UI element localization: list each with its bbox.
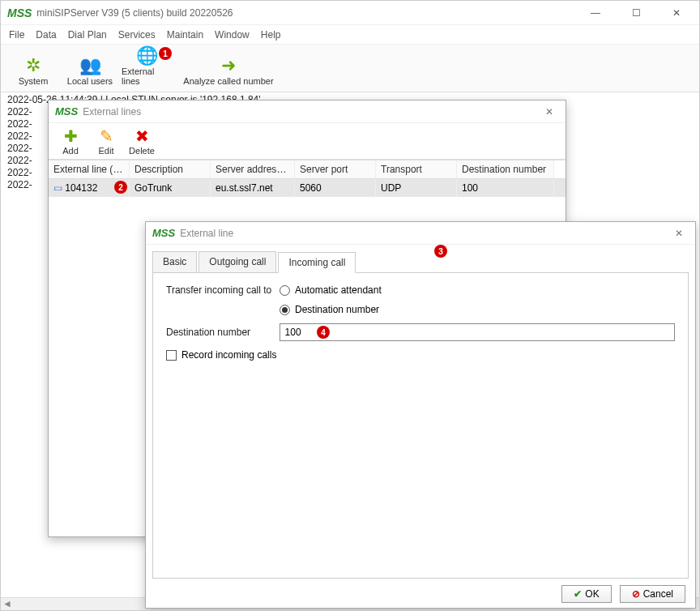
- cell-server: eu.st.ssl7.net: [211, 179, 295, 197]
- gear-icon: ✲: [26, 57, 41, 75]
- check-icon: ✔: [574, 588, 582, 600]
- delete-button[interactable]: ✖ Delete: [125, 128, 159, 156]
- cancel-button[interactable]: ⊘ Cancel: [620, 585, 685, 603]
- dialog-title: External line: [180, 228, 669, 239]
- tab-strip: Basic Outgoing call Incoming call: [146, 245, 695, 272]
- menubar: File Data Dial Plan Services Maintain Wi…: [1, 25, 699, 45]
- cancel-icon: ⊘: [632, 588, 640, 600]
- transfer-label: Transfer incoming call to: [166, 284, 280, 296]
- cell-port: 5060: [295, 179, 376, 197]
- app-logo-icon: MSS: [7, 6, 32, 19]
- line-icon: ▭: [53, 182, 62, 194]
- app-logo-icon: MSS: [55, 105, 78, 118]
- toolbar-local-users[interactable]: 👥 Local users: [62, 48, 117, 88]
- tab-outgoing[interactable]: Outgoing call: [198, 251, 276, 272]
- dest-number-label: Destination number: [166, 327, 280, 338]
- window-title: miniSIPServer V39 (5 clients) build 2022…: [36, 7, 579, 19]
- radio-icon: [280, 285, 290, 296]
- external-line-dialog: MSS External line ✕ Basic Outgoing call …: [145, 221, 696, 609]
- dialog-close-button[interactable]: ✕: [540, 104, 559, 120]
- dialog-title: External lines: [83, 106, 540, 118]
- globe-icon: 🌐: [136, 47, 158, 65]
- col-description[interactable]: Description: [130, 160, 211, 178]
- add-button[interactable]: ✚ Add: [53, 128, 88, 156]
- cell-transport: UDP: [376, 179, 457, 197]
- callout-badge-2: 2: [114, 181, 127, 194]
- users-icon: 👥: [79, 57, 101, 75]
- tab-incoming[interactable]: Incoming call: [278, 252, 356, 273]
- tab-body-incoming: Transfer incoming call to Automatic atte…: [152, 272, 689, 579]
- menu-services[interactable]: Services: [118, 29, 156, 41]
- destination-number-input[interactable]: [280, 323, 675, 341]
- menu-file[interactable]: File: [9, 29, 24, 41]
- tab-basic[interactable]: Basic: [152, 251, 197, 272]
- radio-destination-number[interactable]: Destination number: [280, 304, 379, 315]
- callout-badge-4: 4: [317, 326, 330, 339]
- edit-button[interactable]: ✎ Edit: [89, 128, 123, 156]
- app-logo-icon: MSS: [152, 227, 175, 239]
- minimize-button[interactable]: —: [579, 3, 612, 23]
- ok-button[interactable]: ✔ OK: [561, 585, 611, 603]
- callout-badge-1: 1: [159, 47, 172, 60]
- menu-help[interactable]: Help: [261, 29, 281, 41]
- scroll-left-icon[interactable]: ◄: [1, 598, 14, 610]
- checkbox-icon: [166, 350, 177, 361]
- dialog-close-button[interactable]: ✕: [669, 225, 689, 241]
- delete-icon: ✖: [135, 128, 149, 144]
- menu-window[interactable]: Window: [215, 29, 250, 41]
- callout-badge-3: 3: [434, 245, 447, 258]
- col-port[interactable]: Server port: [295, 160, 376, 178]
- cell-description: GoTrunk: [130, 179, 211, 197]
- col-server[interactable]: Server address/Do: [211, 160, 295, 178]
- col-transport[interactable]: Transport: [376, 160, 457, 178]
- dialog-toolbar: ✚ Add ✎ Edit ✖ Delete: [49, 123, 566, 160]
- table-header: External line (Acc Description Server ad…: [49, 160, 566, 179]
- main-toolbar: ✲ System 👥 Local users 🌐 External lines …: [1, 45, 699, 92]
- col-dest[interactable]: Destination number: [457, 160, 554, 178]
- pencil-icon: ✎: [100, 128, 113, 144]
- plus-icon: ✚: [64, 128, 78, 144]
- menu-data[interactable]: Data: [36, 29, 56, 41]
- record-incoming-checkbox[interactable]: Record incoming calls: [166, 349, 276, 361]
- close-button[interactable]: ✕: [660, 3, 693, 23]
- menu-maintain[interactable]: Maintain: [167, 29, 203, 41]
- maximize-button[interactable]: ☐: [620, 3, 652, 23]
- col-account[interactable]: External line (Acc: [49, 160, 130, 178]
- radio-icon: [280, 305, 290, 315]
- toolbar-external-lines[interactable]: 🌐 External lines 1: [119, 48, 174, 88]
- main-window: MSS miniSIPServer V39 (5 clients) build …: [0, 0, 700, 611]
- arrow-right-icon: ➜: [221, 57, 236, 75]
- table-row[interactable]: ▭ 104132 2 GoTrunk eu.st.ssl7.net 5060 U…: [49, 179, 566, 197]
- dialog-footer: ✔ OK ⊘ Cancel: [146, 579, 695, 609]
- menu-dial-plan[interactable]: Dial Plan: [68, 29, 107, 41]
- titlebar: MSS miniSIPServer V39 (5 clients) build …: [1, 1, 699, 25]
- radio-auto-attendant[interactable]: Automatic attendant: [280, 284, 382, 296]
- cell-account: 104132: [65, 182, 97, 194]
- cell-dest: 100: [457, 179, 554, 197]
- toolbar-system[interactable]: ✲ System: [6, 48, 61, 88]
- toolbar-analyze[interactable]: ➜ Analyze called number: [176, 48, 281, 88]
